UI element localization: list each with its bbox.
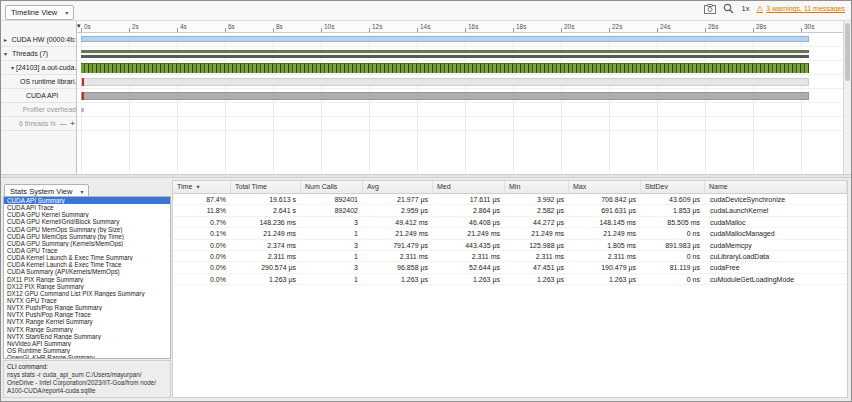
- cell-min: 1.263 μs: [505, 274, 569, 284]
- report-item[interactable]: CUDA API Trace: [4, 204, 170, 211]
- table-row[interactable]: 0.0%290.574 μs396.858 μs52.644 μs47.451 …: [173, 262, 847, 273]
- stats-table-body: 87.4%19.613 s89240121.977 μs17.611 μs3.9…: [173, 194, 847, 285]
- column-header-min[interactable]: Min: [505, 181, 569, 193]
- timeline-track-hidden[interactable]: [77, 117, 843, 131]
- ruler-tick-label: 4s: [180, 23, 187, 30]
- column-header-med[interactable]: Med: [433, 181, 505, 193]
- table-row[interactable]: 0.0%1.263 μs11.263 μs1.263 μs1.263 μs1.2…: [173, 274, 847, 285]
- ruler-tick: [273, 28, 274, 32]
- cell-num-calls: 3: [301, 262, 363, 272]
- cell-total-time: 2.641 s: [231, 205, 301, 215]
- timeline-track-cudahw[interactable]: [77, 33, 843, 47]
- report-item[interactable]: NVTX Range Kernel Summary: [4, 318, 170, 325]
- timeline-ruler[interactable]: ▾ 0s2s4s6s8s10s12s14s16s18s20s22s24s26s2…: [77, 21, 843, 33]
- pane-splitter[interactable]: [1, 174, 851, 178]
- table-row[interactable]: 0.0%2.374 ms3791.479 μs443.435 μs125.988…: [173, 240, 847, 251]
- hide-threads-button[interactable]: —: [60, 117, 67, 131]
- column-header-time[interactable]: Time▼: [173, 181, 231, 193]
- timeline-track-cudaapi[interactable]: [77, 89, 843, 103]
- expander-icon[interactable]: ▸: [4, 33, 9, 47]
- cell-min: 47.451 μs: [505, 262, 569, 272]
- timeline-row-label-overhead[interactable]: Profiler overhead: [1, 103, 76, 117]
- screenshot-icon[interactable]: [704, 4, 716, 14]
- cell-num-calls: 3: [301, 240, 363, 250]
- report-item[interactable]: DX12 GPU Command List PIX Ranges Summary: [4, 290, 170, 297]
- ruler-tick-label: 12s: [372, 23, 382, 30]
- column-header-max[interactable]: Max: [569, 181, 641, 193]
- cell-max: 21.249 ms: [569, 228, 641, 238]
- timeline-row-label-process[interactable]: ▾[24103] a.out-cuda...: [1, 61, 76, 75]
- warning-icon: ⚠: [756, 4, 763, 13]
- timeline-row-label-cudaapi[interactable]: CUDA API: [1, 89, 76, 103]
- table-row[interactable]: 11.8%2.641 s8924022.959 μs2.864 μs2.582 …: [173, 205, 847, 216]
- report-item[interactable]: CUDA GPU Summary (Kernels/MemOps): [4, 240, 170, 247]
- table-row[interactable]: 0.1%21.249 ms121.249 ms21.249 ms21.249 m…: [173, 228, 847, 239]
- timeline-track-overhead[interactable]: [77, 103, 843, 117]
- timeline-row-label-hidden[interactable]: 6 threads hi—+: [1, 117, 76, 131]
- timeline-row-text: OS runtime librari...: [20, 75, 76, 89]
- timeline-cursor-icon[interactable]: ▾: [77, 21, 81, 31]
- timeline-row-label-cudahw[interactable]: ▸CUDA HW (0000:4b:: [1, 33, 76, 47]
- timeline-track-threads[interactable]: [77, 47, 843, 61]
- expander-icon[interactable]: ▾: [4, 47, 10, 61]
- report-item[interactable]: CUDA GPU MemOps Summary (by Size): [4, 226, 170, 233]
- report-item[interactable]: NVTX Push/Pop Range Summary: [4, 304, 170, 311]
- column-header-avg[interactable]: Avg: [363, 181, 433, 193]
- report-item[interactable]: NVTX Push/Pop Range Trace: [4, 311, 170, 318]
- timeline-track-osrt[interactable]: [77, 75, 843, 89]
- cell-max: 691.631 μs: [569, 205, 641, 215]
- ruler-tick: [609, 28, 610, 32]
- report-item[interactable]: DX11 PIX Range Summary: [4, 276, 170, 283]
- scrollbar-thumb[interactable]: [845, 23, 850, 81]
- report-item[interactable]: OpenGL KHR Range Summary: [4, 354, 170, 359]
- cell-max: 1.805 ms: [569, 240, 641, 250]
- cell-stddev: 43.609 μs: [641, 194, 705, 204]
- zoom-icon[interactable]: [723, 3, 734, 14]
- report-item[interactable]: CUDA GPU Kernel/Grid/Block Summary: [4, 218, 170, 225]
- report-item[interactable]: CUDA GPU Trace: [4, 247, 170, 254]
- report-item[interactable]: NVTX Start/End Range Summary: [4, 333, 170, 340]
- cell-med: 443.435 μs: [433, 240, 505, 250]
- table-row[interactable]: 0.7%148.236 ms349.412 ms46.408 μs44.272 …: [173, 217, 847, 228]
- warnings-link[interactable]: ⚠ 3 warnings, 11 messages: [756, 4, 845, 13]
- zoom-level: 1x: [741, 4, 749, 13]
- expander-icon[interactable]: ▾: [11, 61, 14, 75]
- cell-max: 706.842 μs: [569, 194, 641, 204]
- cell-total-time: 290.574 μs: [231, 262, 301, 272]
- report-item[interactable]: OS Runtime Summary: [4, 347, 170, 354]
- cli-line: OneDrive - Intel Corporation/2023/IIT-Go…: [7, 379, 167, 387]
- report-item[interactable]: CUDA GPU MemOps Summary (by Time): [4, 233, 170, 240]
- show-threads-button[interactable]: +: [71, 117, 75, 131]
- column-header-num-calls[interactable]: Num Calls: [301, 181, 363, 193]
- column-header-stddev[interactable]: StdDev: [641, 181, 705, 193]
- report-item[interactable]: CUDA API Summary: [4, 197, 170, 204]
- stats-table: Time▼Total TimeNum CallsAvgMedMinMaxStdD…: [172, 180, 848, 398]
- report-item[interactable]: NVTX Range Summary: [4, 326, 170, 333]
- cell-name: cudaDeviceSynchronize: [705, 194, 847, 204]
- cell-avg: 21.977 μs: [363, 194, 433, 204]
- report-item[interactable]: DX12 PIX Range Summary: [4, 283, 170, 290]
- sort-desc-icon: ▼: [195, 184, 200, 190]
- report-item[interactable]: CUDA Kernel Launch & Exec Time Trace: [4, 261, 170, 268]
- report-item[interactable]: CUDA Summary (API/Kernels/MemOps): [4, 268, 170, 275]
- column-header-total-time[interactable]: Total Time: [231, 181, 301, 193]
- table-row[interactable]: 0.0%2.311 ms12.311 ms2.311 ms2.311 ms2.3…: [173, 251, 847, 262]
- cell-med: 1.263 μs: [433, 274, 505, 284]
- timeline-vertical-scrollbar[interactable]: [843, 21, 851, 174]
- timeline-track-process[interactable]: [77, 61, 843, 75]
- cell-name: cuLibraryLoadData: [705, 251, 847, 261]
- timeline-row-label-threads[interactable]: ▾Threads (7): [1, 47, 76, 61]
- timeline-view-selector[interactable]: Timeline View ▾: [5, 5, 74, 20]
- timeline-view-label: Timeline View: [11, 8, 57, 17]
- ruler-tick-label: 22s: [612, 23, 622, 30]
- cell-min: 2.582 μs: [505, 205, 569, 215]
- column-header-name[interactable]: Name: [705, 181, 847, 193]
- report-item[interactable]: CUDA Kernel Launch & Exec Time Summary: [4, 254, 170, 261]
- cell-name: cudaMalloc: [705, 217, 847, 227]
- table-row[interactable]: 87.4%19.613 s89240121.977 μs17.611 μs3.9…: [173, 194, 847, 205]
- timeline-row-label-osrt[interactable]: OS runtime librari...: [1, 75, 76, 89]
- report-item[interactable]: CUDA GPU Kernel Summary: [4, 211, 170, 218]
- report-item[interactable]: NVTX GPU Trace: [4, 297, 170, 304]
- ruler-tick: [561, 28, 562, 32]
- report-item[interactable]: NvVideo API Summary: [4, 340, 170, 347]
